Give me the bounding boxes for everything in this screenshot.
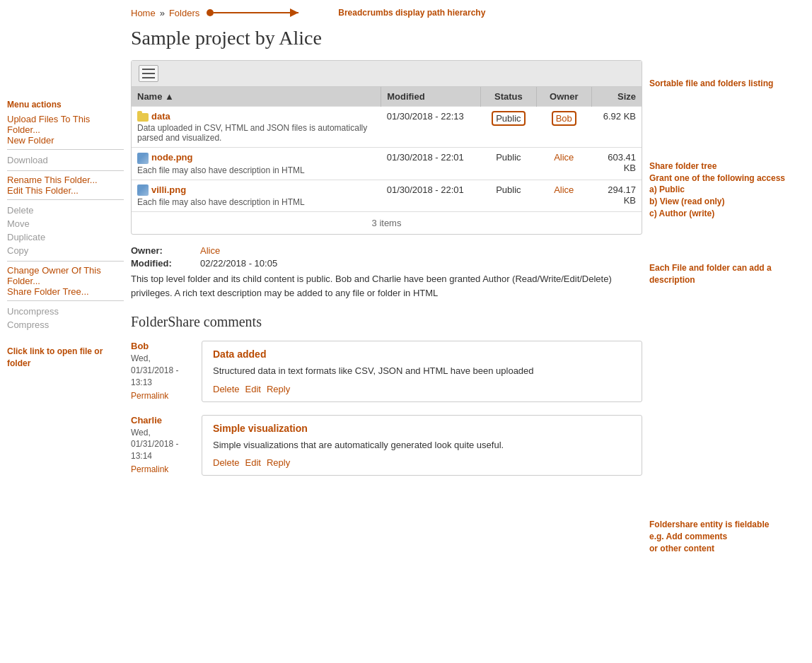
owner-link[interactable]: Alice: [554, 184, 574, 195]
copy-label: Copy: [7, 244, 124, 257]
col-header-name[interactable]: Name ▲: [132, 87, 381, 107]
cell-owner: Bob: [536, 107, 591, 148]
rename-folder-link[interactable]: Rename This Folder...: [7, 175, 124, 185]
comment-author[interactable]: Charlie: [131, 415, 195, 426]
modified-label: Modified:: [131, 258, 195, 269]
foldershare-annotation: Foldershare entity is fieldablee.g. Add …: [649, 520, 769, 553]
cell-status: Public: [481, 180, 536, 211]
file-desc: Data uploaded in CSV, HTML and JSON file…: [137, 123, 376, 143]
comment-text: Structured data in text formats like CSV…: [213, 364, 631, 378]
uncompress-label: Uncompress: [7, 305, 124, 318]
breadcrumb-separator: »: [160, 8, 165, 18]
comment-author[interactable]: Bob: [131, 341, 195, 351]
file-table-section: Name ▲ Modified Status Owner Size data D…: [131, 60, 642, 555]
table-row[interactable]: data Data uploaded in CSV, HTML and JSON…: [132, 107, 642, 148]
comments-title: FolderShare comments: [131, 314, 642, 330]
owner-link[interactable]: Bob: [552, 111, 576, 126]
cell-size: 294.17 KB: [591, 180, 642, 211]
table-row[interactable]: villi.png Each file may also have descri…: [132, 180, 642, 211]
main-content: Home » Folders Breadcrumbs display path …: [131, 0, 812, 663]
owner-label: Owner:: [131, 245, 195, 256]
cell-modified: 01/30/2018 - 22:13: [381, 107, 481, 148]
move-label: Move: [7, 217, 124, 230]
comment-author-col: Bob Wed, 01/31/2018 - 13:13 Permalink: [131, 341, 202, 402]
menu-bar-1: [142, 69, 155, 70]
col-header-status[interactable]: Status: [481, 87, 536, 107]
comment-body: Data added Structured data in text forma…: [202, 341, 642, 402]
file-icon: [137, 184, 149, 196]
file-table: Name ▲ Modified Status Owner Size data D…: [132, 87, 642, 211]
comment-date: Wed, 01/31/2018 - 13:14: [131, 427, 195, 462]
col-header-size[interactable]: Size: [591, 87, 642, 107]
upload-files-link[interactable]: Upload Files To This Folder...: [7, 114, 124, 135]
comment-action-reply[interactable]: Reply: [267, 384, 290, 394]
cell-name: node.png Each file may also have descrip…: [132, 148, 381, 180]
page-title: Sample project by Alice: [131, 27, 812, 49]
comment-author-col: Charlie Wed, 01/31/2018 - 13:14 Permalin…: [131, 415, 202, 476]
folder-icon: [137, 113, 149, 122]
file-icon: [137, 153, 149, 164]
file-link[interactable]: data: [151, 111, 170, 122]
file-table-wrapper: Name ▲ Modified Status Owner Size data D…: [131, 60, 642, 235]
cell-status: Public: [481, 148, 536, 180]
col-header-owner[interactable]: Owner: [536, 87, 591, 107]
comment-title[interactable]: Simple visualization: [213, 423, 631, 434]
comment-block: Charlie Wed, 01/31/2018 - 13:14 Permalin…: [131, 415, 642, 476]
each-file-annotation: Each File and folder can add a descripti…: [649, 263, 772, 285]
folder-metadata: Owner: Alice Modified: 02/22/2018 - 10:0…: [131, 245, 642, 300]
compress-label: Compress: [7, 318, 124, 332]
cell-modified: 01/30/2018 - 22:01: [381, 180, 481, 211]
file-link[interactable]: villi.png: [151, 184, 186, 195]
breadcrumb-folders[interactable]: Folders: [169, 8, 199, 18]
cell-size: 6.92 KB: [591, 107, 642, 148]
comment-permalink[interactable]: Permalink: [131, 391, 195, 401]
comment-actions: Delete Edit Reply: [213, 384, 631, 394]
col-header-modified[interactable]: Modified: [381, 87, 481, 107]
comment-action-delete[interactable]: Delete: [213, 457, 240, 468]
cell-size: 603.41 KB: [591, 148, 642, 180]
cell-owner: Alice: [536, 148, 591, 180]
cell-owner: Alice: [536, 180, 591, 211]
comment-action-delete[interactable]: Delete: [213, 384, 240, 394]
breadcrumb: Home » Folders Breadcrumbs display path …: [131, 6, 812, 20]
comment-action-edit[interactable]: Edit: [245, 457, 261, 468]
new-folder-link[interactable]: New Folder: [7, 135, 124, 146]
sidebar: Menu actions Upload Files To This Folder…: [0, 0, 131, 663]
comment-action-edit[interactable]: Edit: [245, 384, 261, 394]
modified-value: 02/22/2018 - 10:05: [200, 258, 277, 269]
menu-bar-2: [142, 73, 155, 74]
comment-date: Wed, 01/31/2018 - 13:13: [131, 353, 195, 388]
breadcrumb-annotation: Breadcrumbs display path hierarchy: [338, 7, 485, 19]
comment-body: Simple visualization Simple visualizatio…: [202, 415, 642, 476]
cell-modified: 01/30/2018 - 22:01: [381, 148, 481, 180]
file-desc: Each file may also have description in H…: [137, 197, 376, 207]
menu-actions-annotation: Menu actions: [7, 99, 124, 111]
folder-description: This top level folder and its child cont…: [131, 272, 642, 300]
owner-link[interactable]: Alice: [554, 152, 574, 163]
click-link-annotation: Click link to open file or folder: [7, 346, 124, 370]
menu-icon-button[interactable]: [139, 65, 158, 82]
cell-status: Public: [481, 107, 536, 148]
comment-title[interactable]: Data added: [213, 348, 631, 360]
share-folder-link[interactable]: Share Folder Tree...: [7, 286, 124, 297]
file-desc: Each file may also have description in H…: [137, 165, 376, 175]
menu-bar-3: [142, 77, 155, 78]
comment-permalink[interactable]: Permalink: [131, 464, 195, 474]
breadcrumb-home[interactable]: Home: [131, 8, 156, 18]
right-annotations: Sortable file and folders listing Share …: [649, 60, 812, 555]
file-link[interactable]: node.png: [151, 152, 193, 163]
cell-name: villi.png Each file may also have descri…: [132, 180, 381, 211]
edit-folder-link[interactable]: Edit This Folder...: [7, 185, 124, 196]
breadcrumb-arrow: [207, 6, 334, 20]
comment-action-reply[interactable]: Reply: [267, 457, 290, 468]
owner-value[interactable]: Alice: [200, 245, 220, 256]
comments-section: FolderShare comments Bob Wed, 01/31/2018…: [131, 314, 642, 476]
change-owner-link[interactable]: Change Owner Of This Folder...: [7, 265, 124, 286]
svg-point-0: [207, 9, 214, 16]
cell-name: data Data uploaded in CSV, HTML and JSON…: [132, 107, 381, 148]
table-header-bar: [132, 61, 642, 87]
comment-block: Bob Wed, 01/31/2018 - 13:13 Permalink Da…: [131, 341, 642, 402]
comment-actions: Delete Edit Reply: [213, 457, 631, 468]
table-row[interactable]: node.png Each file may also have descrip…: [132, 148, 642, 180]
download-label: Download: [7, 153, 124, 167]
